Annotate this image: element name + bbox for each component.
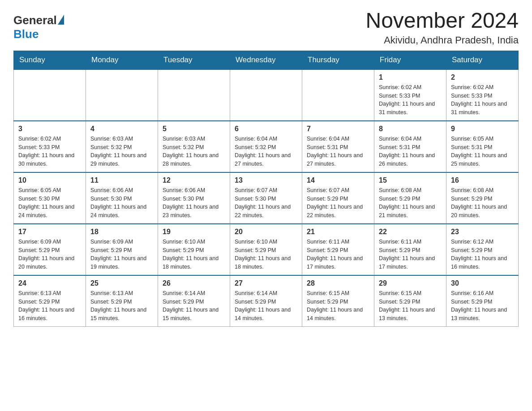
day-info: Sunrise: 6:07 AMSunset: 5:30 PMDaylight:… xyxy=(235,186,297,220)
table-row: 27 Sunrise: 6:14 AMSunset: 5:29 PMDaylig… xyxy=(230,275,302,327)
col-tuesday: Tuesday xyxy=(158,51,230,69)
day-info: Sunrise: 6:11 AMSunset: 5:29 PMDaylight:… xyxy=(379,238,442,271)
title-section: November 2024 Akividu, Andhra Pradesh, I… xyxy=(365,9,519,46)
day-info: Sunrise: 6:10 AMSunset: 5:29 PMDaylight:… xyxy=(235,238,297,271)
table-row: 8 Sunrise: 6:04 AMSunset: 5:31 PMDayligh… xyxy=(374,121,446,172)
table-row: 25 Sunrise: 6:13 AMSunset: 5:29 PMDaylig… xyxy=(86,275,158,327)
table-row xyxy=(230,69,302,121)
col-monday: Monday xyxy=(86,51,158,69)
table-row xyxy=(158,69,230,121)
day-number: 11 xyxy=(90,176,153,184)
table-row: 3 Sunrise: 6:02 AMSunset: 5:33 PMDayligh… xyxy=(14,121,86,172)
day-info: Sunrise: 6:09 AMSunset: 5:29 PMDaylight:… xyxy=(18,238,81,271)
calendar-week-row: 24 Sunrise: 6:13 AMSunset: 5:29 PMDaylig… xyxy=(14,275,519,327)
day-number: 25 xyxy=(90,279,153,287)
day-info: Sunrise: 6:02 AMSunset: 5:33 PMDaylight:… xyxy=(379,83,442,117)
day-number: 2 xyxy=(451,73,514,81)
day-info: Sunrise: 6:08 AMSunset: 5:29 PMDaylight:… xyxy=(451,186,514,220)
day-info: Sunrise: 6:03 AMSunset: 5:32 PMDaylight:… xyxy=(90,135,153,168)
day-number: 19 xyxy=(163,228,225,236)
table-row: 21 Sunrise: 6:11 AMSunset: 5:29 PMDaylig… xyxy=(302,224,374,275)
day-number: 27 xyxy=(235,279,297,287)
day-number: 30 xyxy=(451,279,514,287)
col-sunday: Sunday xyxy=(14,51,86,69)
logo-general-text: General xyxy=(13,13,57,27)
day-number: 15 xyxy=(379,176,442,184)
day-number: 24 xyxy=(18,279,81,287)
table-row: 7 Sunrise: 6:04 AMSunset: 5:31 PMDayligh… xyxy=(302,121,374,172)
day-info: Sunrise: 6:09 AMSunset: 5:29 PMDaylight:… xyxy=(90,238,153,271)
month-year-title: November 2024 xyxy=(365,9,519,33)
table-row: 29 Sunrise: 6:15 AMSunset: 5:29 PMDaylig… xyxy=(374,275,446,327)
day-number: 1 xyxy=(379,73,442,81)
calendar-week-row: 17 Sunrise: 6:09 AMSunset: 5:29 PMDaylig… xyxy=(14,224,519,275)
table-row: 4 Sunrise: 6:03 AMSunset: 5:32 PMDayligh… xyxy=(86,121,158,172)
day-info: Sunrise: 6:15 AMSunset: 5:29 PMDaylight:… xyxy=(307,289,369,323)
day-number: 4 xyxy=(90,125,153,133)
day-info: Sunrise: 6:06 AMSunset: 5:30 PMDaylight:… xyxy=(90,186,153,220)
table-row: 13 Sunrise: 6:07 AMSunset: 5:30 PMDaylig… xyxy=(230,172,302,224)
table-row: 28 Sunrise: 6:15 AMSunset: 5:29 PMDaylig… xyxy=(302,275,374,327)
day-info: Sunrise: 6:05 AMSunset: 5:30 PMDaylight:… xyxy=(18,186,81,220)
page-header: General Blue November 2024 Akividu, Andh… xyxy=(13,9,519,46)
day-info: Sunrise: 6:15 AMSunset: 5:29 PMDaylight:… xyxy=(379,289,442,323)
table-row: 16 Sunrise: 6:08 AMSunset: 5:29 PMDaylig… xyxy=(446,172,519,224)
day-info: Sunrise: 6:06 AMSunset: 5:30 PMDaylight:… xyxy=(163,186,225,220)
day-info: Sunrise: 6:04 AMSunset: 5:32 PMDaylight:… xyxy=(235,135,297,168)
day-info: Sunrise: 6:10 AMSunset: 5:29 PMDaylight:… xyxy=(163,238,225,271)
day-info: Sunrise: 6:13 AMSunset: 5:29 PMDaylight:… xyxy=(90,289,153,323)
day-number: 26 xyxy=(163,279,225,287)
day-number: 12 xyxy=(163,176,225,184)
day-number: 21 xyxy=(307,228,369,236)
logo: General Blue xyxy=(13,13,64,41)
table-row: 23 Sunrise: 6:12 AMSunset: 5:29 PMDaylig… xyxy=(446,224,519,275)
calendar-header-row: Sunday Monday Tuesday Wednesday Thursday… xyxy=(14,51,519,69)
location-subtitle: Akividu, Andhra Pradesh, India xyxy=(365,34,519,46)
day-number: 17 xyxy=(18,228,81,236)
table-row: 14 Sunrise: 6:07 AMSunset: 5:29 PMDaylig… xyxy=(302,172,374,224)
day-number: 9 xyxy=(451,125,514,133)
day-number: 28 xyxy=(307,279,369,287)
calendar-week-row: 3 Sunrise: 6:02 AMSunset: 5:33 PMDayligh… xyxy=(14,121,519,172)
table-row: 24 Sunrise: 6:13 AMSunset: 5:29 PMDaylig… xyxy=(14,275,86,327)
table-row: 9 Sunrise: 6:05 AMSunset: 5:31 PMDayligh… xyxy=(446,121,519,172)
table-row: 5 Sunrise: 6:03 AMSunset: 5:32 PMDayligh… xyxy=(158,121,230,172)
table-row: 2 Sunrise: 6:02 AMSunset: 5:33 PMDayligh… xyxy=(446,69,519,121)
day-info: Sunrise: 6:02 AMSunset: 5:33 PMDaylight:… xyxy=(451,83,514,117)
calendar-table: Sunday Monday Tuesday Wednesday Thursday… xyxy=(13,51,519,327)
day-number: 14 xyxy=(307,176,369,184)
table-row: 19 Sunrise: 6:10 AMSunset: 5:29 PMDaylig… xyxy=(158,224,230,275)
day-number: 18 xyxy=(90,228,153,236)
table-row: 26 Sunrise: 6:14 AMSunset: 5:29 PMDaylig… xyxy=(158,275,230,327)
day-number: 3 xyxy=(18,125,81,133)
table-row: 1 Sunrise: 6:02 AMSunset: 5:33 PMDayligh… xyxy=(374,69,446,121)
table-row: 30 Sunrise: 6:16 AMSunset: 5:29 PMDaylig… xyxy=(446,275,519,327)
day-info: Sunrise: 6:12 AMSunset: 5:29 PMDaylight:… xyxy=(451,238,514,271)
day-info: Sunrise: 6:04 AMSunset: 5:31 PMDaylight:… xyxy=(379,135,442,168)
table-row: 17 Sunrise: 6:09 AMSunset: 5:29 PMDaylig… xyxy=(14,224,86,275)
table-row: 22 Sunrise: 6:11 AMSunset: 5:29 PMDaylig… xyxy=(374,224,446,275)
day-number: 16 xyxy=(451,176,514,184)
day-info: Sunrise: 6:05 AMSunset: 5:31 PMDaylight:… xyxy=(451,135,514,168)
table-row: 15 Sunrise: 6:08 AMSunset: 5:29 PMDaylig… xyxy=(374,172,446,224)
table-row xyxy=(14,69,86,121)
day-number: 10 xyxy=(18,176,81,184)
day-number: 22 xyxy=(379,228,442,236)
day-info: Sunrise: 6:04 AMSunset: 5:31 PMDaylight:… xyxy=(307,135,369,168)
day-number: 23 xyxy=(451,228,514,236)
day-number: 6 xyxy=(235,125,297,133)
col-wednesday: Wednesday xyxy=(230,51,302,69)
day-info: Sunrise: 6:03 AMSunset: 5:32 PMDaylight:… xyxy=(163,135,225,168)
table-row xyxy=(86,69,158,121)
day-info: Sunrise: 6:13 AMSunset: 5:29 PMDaylight:… xyxy=(18,289,81,323)
calendar-week-row: 10 Sunrise: 6:05 AMSunset: 5:30 PMDaylig… xyxy=(14,172,519,224)
logo-triangle-icon xyxy=(58,15,64,25)
table-row: 18 Sunrise: 6:09 AMSunset: 5:29 PMDaylig… xyxy=(86,224,158,275)
col-saturday: Saturday xyxy=(446,51,519,69)
day-number: 5 xyxy=(163,125,225,133)
day-number: 29 xyxy=(379,279,442,287)
table-row: 10 Sunrise: 6:05 AMSunset: 5:30 PMDaylig… xyxy=(14,172,86,224)
day-info: Sunrise: 6:16 AMSunset: 5:29 PMDaylight:… xyxy=(451,289,514,323)
table-row: 11 Sunrise: 6:06 AMSunset: 5:30 PMDaylig… xyxy=(86,172,158,224)
table-row: 12 Sunrise: 6:06 AMSunset: 5:30 PMDaylig… xyxy=(158,172,230,224)
